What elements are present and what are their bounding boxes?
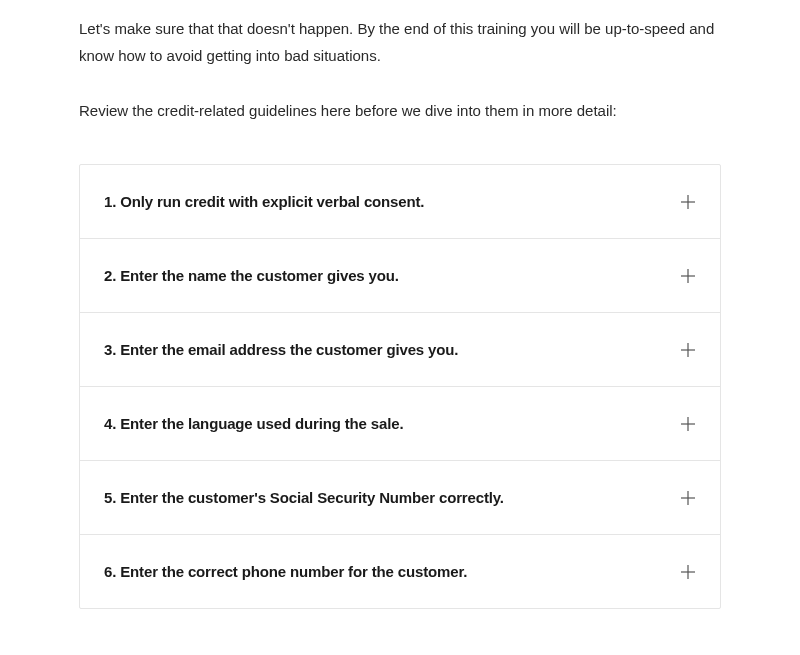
accordion-item-label: 2. Enter the name the customer gives you… [104,267,399,284]
accordion-item-3[interactable]: 3. Enter the email address the customer … [80,313,720,387]
intro-paragraph-1: Let's make sure that that doesn't happen… [79,15,721,69]
accordion-item-label: 5. Enter the customer's Social Security … [104,489,504,506]
plus-icon [680,416,696,432]
accordion-item-2[interactable]: 2. Enter the name the customer gives you… [80,239,720,313]
accordion-item-label: 4. Enter the language used during the sa… [104,415,403,432]
plus-icon [680,564,696,580]
content-wrapper: Let's make sure that that doesn't happen… [0,15,800,609]
accordion-item-label: 3. Enter the email address the customer … [104,341,458,358]
accordion-item-5[interactable]: 5. Enter the customer's Social Security … [80,461,720,535]
accordion-container: 1. Only run credit with explicit verbal … [79,164,721,609]
plus-icon [680,342,696,358]
accordion-item-6[interactable]: 6. Enter the correct phone number for th… [80,535,720,608]
accordion-item-4[interactable]: 4. Enter the language used during the sa… [80,387,720,461]
plus-icon [680,490,696,506]
accordion-item-label: 6. Enter the correct phone number for th… [104,563,467,580]
plus-icon [680,194,696,210]
intro-paragraph-2: Review the credit-related guidelines her… [79,97,721,124]
plus-icon [680,268,696,284]
accordion-item-1[interactable]: 1. Only run credit with explicit verbal … [80,165,720,239]
accordion-item-label: 1. Only run credit with explicit verbal … [104,193,424,210]
